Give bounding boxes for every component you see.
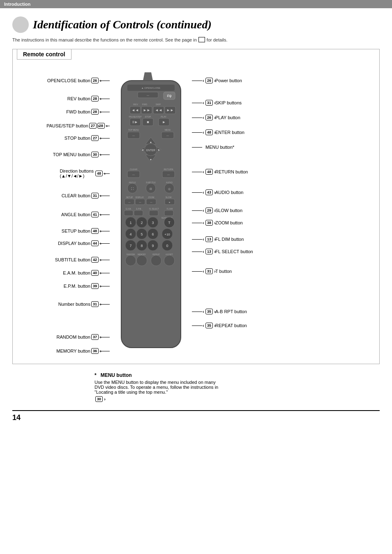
label-epm: E.P.M. button 39 <box>19 282 110 290</box>
label-power: 26 Power button <box>192 76 282 85</box>
svg-text:II►: II► <box>132 120 138 124</box>
footnote-content: * MENU button Use the MENU button to dis… <box>95 372 226 402</box>
remote-body-wrap: ▲ OPEN/CLOSE — I/ψ REV FWD SKIP ◄ <box>115 68 187 357</box>
svg-rect-76 <box>134 210 143 216</box>
footnote-title-text: MENU button <box>101 372 132 378</box>
svg-text:MENU: MENU <box>164 129 171 131</box>
svg-text:▲ OPEN/CLOSE: ▲ OPEN/CLOSE <box>141 87 160 89</box>
footnote-title: * MENU button <box>95 372 226 378</box>
page-number: 14 <box>12 413 21 422</box>
svg-text:STOP: STOP <box>145 115 151 118</box>
remote-section: Remote control OPEN/CLOSE button 26 REV … <box>12 49 380 364</box>
svg-text:SKIP: SKIP <box>155 103 161 106</box>
footnote-asterisk: * <box>95 372 97 378</box>
label-eam: E.A.M. button 40 <box>19 269 110 277</box>
svg-text:►►: ►► <box>166 108 174 112</box>
svg-text:—: — <box>167 173 170 176</box>
label-random: RANDOM button 37 <box>19 333 110 341</box>
svg-text:—: — <box>128 201 130 203</box>
label-slow: 29 SLOW button <box>192 206 282 215</box>
label-enter: 48 ENTER button <box>192 128 282 136</box>
svg-text:PLAY: PLAY <box>161 115 166 118</box>
svg-point-109 <box>125 255 136 266</box>
svg-text:1: 1 <box>129 221 131 225</box>
svg-text:4: 4 <box>129 232 131 236</box>
svg-text:E.A.M.: E.A.M. <box>126 208 131 210</box>
svg-text:E.P.M.: E.P.M. <box>136 208 141 210</box>
svg-text:◄◄: ◄◄ <box>155 108 162 112</box>
label-play-right: 26 PLAY button <box>192 113 282 122</box>
svg-text:I/ψ: I/ψ <box>167 94 171 98</box>
svg-text:SETUP: SETUP <box>126 196 133 199</box>
subtitle-line: The instructions in this manual describe… <box>12 37 380 42</box>
label-zoom: 38 ZOOM button <box>192 219 282 227</box>
svg-text:6: 6 <box>152 232 154 236</box>
svg-text:—: — <box>166 134 169 137</box>
svg-text:ENTER: ENTER <box>146 149 155 152</box>
svg-text:3: 3 <box>152 221 154 225</box>
svg-text:►►: ►► <box>143 108 150 112</box>
label-abrpt: 35 A-B RPT button <box>192 307 282 316</box>
label-menu-right: MENU button* <box>192 143 282 151</box>
svg-text:◄◄: ◄◄ <box>131 108 139 112</box>
svg-point-112 <box>164 255 175 266</box>
svg-text:0: 0 <box>166 244 168 248</box>
label-pause: PAUSE/STEP button 27 28 <box>19 122 110 130</box>
label-top-menu: TOP MENU button 30 <box>19 150 110 159</box>
label-stop: STOP button 27 <box>19 134 110 142</box>
svg-rect-75 <box>124 210 133 216</box>
svg-text:—: — <box>132 173 135 176</box>
label-fldim: 13 FL DIM button <box>192 235 282 243</box>
svg-text:+10: +10 <box>164 233 170 236</box>
label-direction: Direction buttons(▲/▼/◄/►) 48 <box>19 169 110 178</box>
svg-text:►: ► <box>157 148 160 151</box>
title-box: Identification of Controls (continued) <box>12 16 380 33</box>
svg-text:FWD: FWD <box>142 103 147 106</box>
svg-rect-77 <box>149 210 158 216</box>
page-title: Identification of Controls (continued) <box>33 18 212 31</box>
label-flselect: 13 FL SELECT button <box>192 247 282 256</box>
svg-text:9: 9 <box>152 244 154 248</box>
svg-text:◄: ◄ <box>141 148 144 151</box>
page-box-inline <box>198 37 205 42</box>
label-setup: SETUP button 48 <box>19 227 110 235</box>
svg-text:DISPLAY: DISPLAY <box>135 196 144 199</box>
svg-text:5: 5 <box>141 232 143 236</box>
label-open-close: OPEN/CLOSE button 26 <box>19 76 110 85</box>
label-tbutton: 31 T button <box>192 267 282 275</box>
label-audio: 43 AUDIO button <box>192 188 282 196</box>
svg-marker-1 <box>143 72 153 81</box>
svg-text:FL DIM: FL DIM <box>166 208 173 210</box>
page-number-row: 14 <box>12 410 380 422</box>
remote-center: ▲ OPEN/CLOSE — I/ψ REV FWD SKIP ◄ <box>110 68 192 357</box>
svg-text:—: — <box>139 201 141 203</box>
label-skip: 31 SKIP buttons <box>192 99 282 107</box>
svg-text:—: — <box>132 134 135 137</box>
svg-point-110 <box>136 255 147 266</box>
svg-text:7: 7 <box>129 244 131 248</box>
svg-text:ZOOM: ZOOM <box>148 196 154 199</box>
svg-text:SLOW: SLOW <box>165 196 171 199</box>
label-number: Number buttons 31 <box>19 300 110 308</box>
svg-text:CLEAR: CLEAR <box>129 168 137 171</box>
label-angle: ANGLE button 41 <box>19 210 110 219</box>
svg-text:■: ■ <box>147 120 149 124</box>
svg-rect-78 <box>164 210 173 216</box>
section-title: Remote control <box>17 49 71 60</box>
svg-text:▲: ▲ <box>149 141 152 143</box>
svg-text:⊟: ⊟ <box>150 187 152 190</box>
svg-text:—: — <box>150 201 152 203</box>
label-fwd: FWD button 28 <box>19 108 110 116</box>
svg-point-111 <box>151 255 161 266</box>
remote-svg: ▲ OPEN/CLOSE — I/ψ REV FWD SKIP ◄ <box>115 68 187 356</box>
svg-text:8: 8 <box>141 244 143 248</box>
subtitle-text: The instructions in this manual describe… <box>12 37 197 42</box>
footnote-page-ref: 30 <box>95 396 226 402</box>
header-label: Introduction <box>4 2 30 7</box>
subtitle-end: for details. <box>207 37 228 42</box>
footnote-section: * MENU button Use the MENU button to dis… <box>12 372 380 402</box>
header-bar: Introduction <box>0 0 392 8</box>
label-repeat: 35 REPEAT button <box>192 321 282 330</box>
label-clear: CLEAR button 31 <box>19 192 110 200</box>
svg-text:►: ► <box>168 201 171 203</box>
